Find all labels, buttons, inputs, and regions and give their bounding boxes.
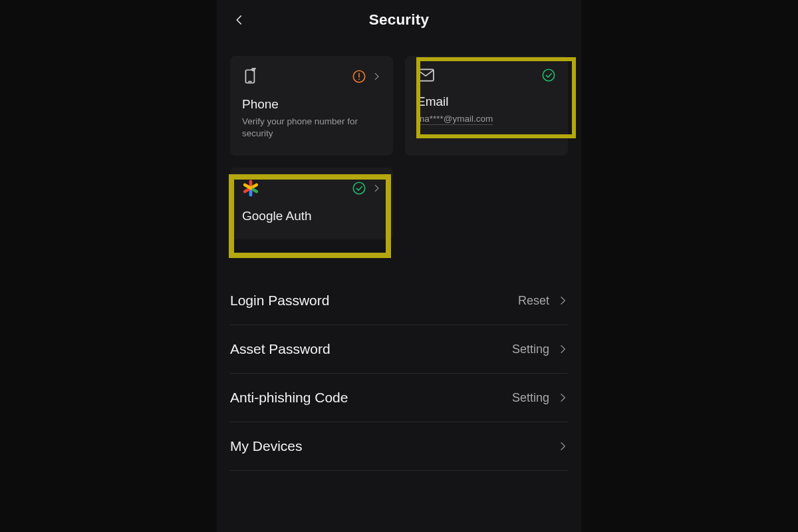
security-screen: Security [217, 0, 581, 532]
chevron-right-icon [372, 72, 381, 81]
svg-point-13 [353, 182, 364, 194]
chevron-right-icon [557, 392, 568, 403]
header: Security [217, 4, 581, 36]
row-anti-phishing[interactable]: Anti-phishing Code Setting [230, 374, 568, 422]
page-title: Security [369, 11, 429, 29]
stage: Security [0, 0, 798, 532]
card-phone-toprow [242, 68, 381, 85]
card-email-toprow [417, 68, 556, 82]
google-authenticator-icon [242, 180, 259, 197]
card-gauth-toprow [242, 180, 381, 197]
row-action: Setting [512, 391, 549, 405]
chevron-right-icon [557, 295, 568, 306]
security-cards: Phone Verify your phone number for secur… [217, 36, 581, 239]
row-label: Anti-phishing Code [230, 390, 348, 406]
row-asset-password[interactable]: Asset Password Setting [230, 325, 568, 374]
card-phone-status [352, 69, 381, 84]
empty-card-slot [405, 168, 568, 239]
row-login-password[interactable]: Login Password Reset [230, 277, 568, 325]
card-email-status [541, 68, 556, 82]
chevron-right-icon [557, 441, 568, 452]
row-label: Login Password [230, 293, 329, 309]
card-google-auth[interactable]: Google Auth [230, 168, 393, 239]
row-action: Reset [518, 294, 549, 308]
card-phone[interactable]: Phone Verify your phone number for secur… [230, 56, 393, 156]
card-gauth-title: Google Auth [242, 209, 381, 223]
svg-point-4 [358, 78, 360, 80]
chevron-left-icon [233, 14, 245, 26]
alert-circle-icon [352, 69, 366, 84]
chevron-right-icon [372, 184, 381, 193]
card-email-title: Email [417, 94, 556, 109]
settings-list: Login Password Reset Asset Password Sett… [217, 277, 581, 471]
card-phone-subtitle: Verify your phone number for security [242, 116, 381, 140]
back-button[interactable] [230, 11, 249, 29]
phone-device-icon [242, 68, 259, 85]
check-circle-icon [541, 68, 556, 82]
check-circle-icon [352, 181, 366, 196]
mail-icon [417, 68, 434, 82]
row-my-devices[interactable]: My Devices [230, 422, 568, 471]
svg-rect-5 [418, 69, 434, 80]
row-label: My Devices [230, 438, 303, 454]
card-email-value: ma****@ymail.com [417, 113, 556, 125]
svg-point-6 [543, 69, 554, 80]
chevron-right-icon [557, 344, 568, 354]
card-phone-title: Phone [242, 97, 381, 112]
card-email[interactable]: Email ma****@ymail.com [405, 56, 568, 156]
row-label: Asset Password [230, 341, 331, 357]
row-action: Setting [512, 342, 549, 356]
card-gauth-status [352, 181, 381, 196]
